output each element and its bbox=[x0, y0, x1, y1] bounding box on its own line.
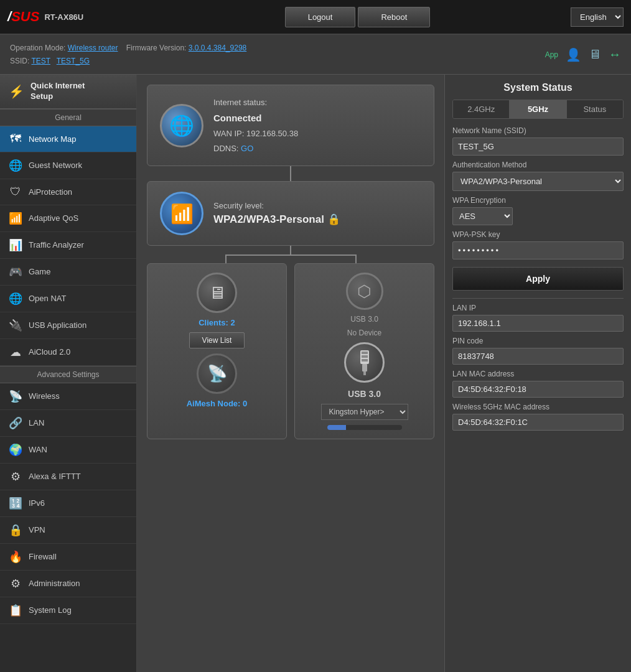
usb-icon-top: ⬡ bbox=[346, 273, 383, 310]
ddns-link[interactable]: GO bbox=[241, 144, 253, 153]
vpn-label: VPN bbox=[29, 525, 45, 534]
sidebar-item-system-log[interactable]: 📋 System Log bbox=[0, 597, 136, 624]
traffic-analyzer-label: Traffic Analyzer bbox=[29, 240, 84, 250]
sidebar-item-firewall[interactable]: 🔥 Firewall bbox=[0, 544, 136, 571]
operation-mode-link[interactable]: Wireless router bbox=[68, 44, 118, 52]
ssid-input[interactable] bbox=[452, 138, 624, 156]
logo-area: /SUS RT-AX86U bbox=[7, 9, 144, 25]
quick-internet-setup-item[interactable]: ⚡ Quick InternetSetup bbox=[0, 75, 136, 109]
usb-progress-bar bbox=[327, 425, 402, 430]
bottom-boxes: 🖥 Clients: 2 View List 📡 AiMesh Node: 0 … bbox=[147, 263, 434, 439]
info-right-icons: App 👤 🖥 ↔ bbox=[545, 47, 621, 62]
user-icon[interactable]: 👤 bbox=[566, 47, 581, 62]
split-line-top bbox=[290, 246, 291, 254]
svg-rect-3 bbox=[362, 359, 368, 362]
sidebar-item-wan[interactable]: 🌍 WAN bbox=[0, 437, 136, 464]
ipv6-icon: 🔢 bbox=[9, 497, 22, 510]
firewall-icon: 🔥 bbox=[9, 550, 22, 564]
usb-bottom-label: USB 3.0 bbox=[348, 389, 381, 399]
internet-status-label: Internet status: bbox=[213, 95, 298, 110]
clients-count: 2 bbox=[231, 318, 235, 327]
lan-ip-label: LAN IP bbox=[452, 304, 624, 312]
game-label: Game bbox=[29, 267, 50, 276]
sidebar-item-adaptive-qos[interactable]: 📶 Adaptive QoS bbox=[0, 205, 136, 232]
firewall-label: Firewall bbox=[29, 552, 57, 561]
screen-icon[interactable]: 🖥 bbox=[589, 47, 601, 62]
ssid-2g-link[interactable]: TEST bbox=[31, 57, 50, 65]
wireless-icon: 📡 bbox=[9, 390, 22, 403]
ssid-5g-link[interactable]: TEST_5G bbox=[57, 57, 90, 65]
lan-mac-label: LAN MAC address bbox=[452, 370, 624, 378]
sidebar-item-ipv6[interactable]: 🔢 IPv6 bbox=[0, 490, 136, 517]
wan-label: WAN bbox=[29, 445, 47, 454]
system-status-title: System Status bbox=[452, 82, 624, 93]
sidebar-item-game[interactable]: 🎮 Game bbox=[0, 259, 136, 286]
internet-icon: 🌐 bbox=[160, 104, 203, 147]
auth-method-select[interactable]: WPA2/WPA3-Personal WPA2-Personal WPA3-Pe… bbox=[452, 172, 624, 191]
auth-method-label: Authentication Method bbox=[452, 161, 624, 169]
top-bar: /SUS RT-AX86U Logout Reboot English bbox=[0, 0, 631, 35]
info-left: Operation Mode: Wireless router Firmware… bbox=[10, 42, 246, 67]
network-icon[interactable]: ↔ bbox=[609, 47, 621, 62]
sidebar-item-wireless[interactable]: 📡 Wireless bbox=[0, 383, 136, 410]
top-center-buttons: Logout Reboot bbox=[144, 7, 571, 27]
sidebar: ⚡ Quick InternetSetup General 🗺 Network … bbox=[0, 75, 137, 672]
usb-application-icon: 🔌 bbox=[9, 319, 22, 332]
connector-1 bbox=[147, 166, 434, 181]
content-area: 🌐 Internet status: Connected WAN IP: 192… bbox=[137, 75, 631, 672]
internet-info: Internet status: Connected WAN IP: 192.1… bbox=[213, 95, 298, 156]
internet-box: 🌐 Internet status: Connected WAN IP: 192… bbox=[147, 85, 434, 166]
sidebar-item-ai-protection[interactable]: 🛡 AiProtection bbox=[0, 179, 136, 205]
language-select[interactable]: English bbox=[571, 7, 624, 27]
operation-mode-line: Operation Mode: Wireless router Firmware… bbox=[10, 42, 246, 54]
logout-button[interactable]: Logout bbox=[285, 7, 356, 27]
sidebar-item-aicloud[interactable]: ☁ AiCloud 2.0 bbox=[0, 339, 136, 366]
ssid-label: SSID: bbox=[10, 57, 29, 65]
wpa-encryption-label: WPA Encryption bbox=[452, 196, 624, 205]
sidebar-item-lan[interactable]: 🔗 LAN bbox=[0, 410, 136, 437]
sidebar-item-administration[interactable]: ⚙ Administration bbox=[0, 571, 136, 597]
system-status-tabs: 2.4GHz 5GHz Status bbox=[452, 100, 624, 119]
sidebar-item-alexa[interactable]: ⚙ Alexa & IFTTT bbox=[0, 464, 136, 490]
sidebar-item-vpn[interactable]: 🔒 VPN bbox=[0, 517, 136, 544]
usb-top-label: USB 3.0 bbox=[350, 315, 378, 324]
model-name: RT-AX86U bbox=[44, 12, 83, 22]
wpa-psk-input[interactable] bbox=[452, 241, 624, 259]
tab-5ghz[interactable]: 5GHz bbox=[510, 100, 566, 118]
info-bar: Operation Mode: Wireless router Firmware… bbox=[0, 35, 631, 75]
firmware-link[interactable]: 3.0.0.4.384_9298 bbox=[189, 44, 246, 52]
sidebar-item-network-map[interactable]: 🗺 Network Map bbox=[0, 126, 136, 152]
advanced-section-title: Advanced Settings bbox=[0, 366, 136, 383]
ai-protection-icon: 🛡 bbox=[9, 185, 22, 198]
quick-setup-icon: ⚡ bbox=[9, 84, 24, 99]
svg-rect-4 bbox=[362, 364, 367, 371]
aicloud-icon: ☁ bbox=[9, 345, 22, 359]
usb-device-select[interactable]: Kingston Hyper> bbox=[321, 404, 408, 420]
game-icon: 🎮 bbox=[9, 265, 22, 279]
view-list-button[interactable]: View List bbox=[189, 332, 245, 348]
lan-ip-value: 192.168.1.1 bbox=[452, 315, 624, 332]
sidebar-item-usb-application[interactable]: 🔌 USB Application bbox=[0, 312, 136, 339]
security-label: Security level: bbox=[213, 201, 340, 210]
sidebar-item-traffic-analyzer[interactable]: 📊 Traffic Analyzer bbox=[0, 232, 136, 259]
top-right-area: English bbox=[571, 7, 624, 27]
security-value: WPA2/WPA3-Personal 🔒 bbox=[213, 213, 340, 226]
split-line-horiz bbox=[225, 254, 357, 256]
ddns-line: DDNS: GO bbox=[213, 141, 298, 156]
alexa-label: Alexa & IFTTT bbox=[29, 472, 81, 481]
tab-status[interactable]: Status bbox=[567, 100, 623, 118]
svg-rect-2 bbox=[362, 355, 368, 358]
sidebar-item-guest-network[interactable]: 🌐 Guest Network bbox=[0, 152, 136, 179]
wpa-psk-label: WPA-PSK key bbox=[452, 230, 624, 239]
alexa-icon: ⚙ bbox=[9, 470, 22, 483]
apply-button[interactable]: Apply bbox=[452, 267, 624, 291]
svg-rect-5 bbox=[363, 371, 366, 375]
usb-no-device: No Device bbox=[347, 329, 381, 337]
app-icon[interactable]: App bbox=[545, 50, 558, 59]
tab-2-4ghz[interactable]: 2.4GHz bbox=[453, 100, 510, 118]
reboot-button[interactable]: Reboot bbox=[358, 7, 430, 27]
pin-code-value: 81837748 bbox=[452, 348, 624, 365]
sidebar-item-open-nat[interactable]: 🌐 Open NAT bbox=[0, 286, 136, 312]
ai-protection-label: AiProtection bbox=[29, 187, 72, 197]
wpa-encryption-select[interactable]: AES TKIP TKIP+AES bbox=[452, 207, 513, 225]
